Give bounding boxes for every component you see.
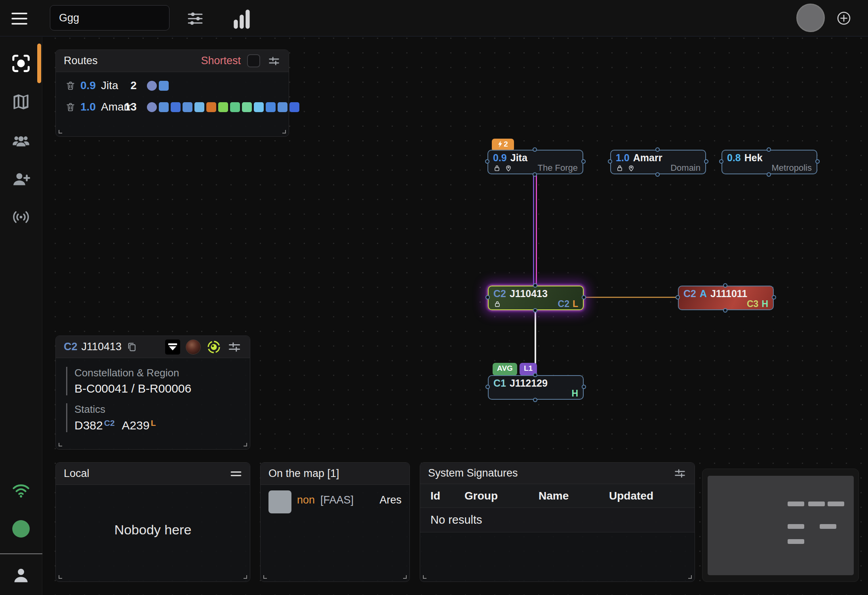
node-handle-right[interactable]	[581, 159, 586, 164]
menu-icon[interactable]	[11, 12, 28, 25]
shortest-checkbox[interactable]	[247, 54, 260, 67]
node-handle-left[interactable]	[676, 295, 680, 299]
route-row-jita[interactable]: 0.9 Jita 2	[56, 78, 289, 93]
local-title: Local	[64, 467, 89, 480]
routes-settings-icon[interactable]	[267, 54, 281, 68]
resize-handle[interactable]	[688, 575, 692, 579]
signatures-header[interactable]: System Signatures	[420, 463, 695, 484]
node-handle-left[interactable]	[485, 159, 489, 164]
pilot-row[interactable]: non [FAAS] Ares	[261, 485, 409, 513]
node-handle-left[interactable]	[719, 159, 723, 164]
resize-handle[interactable]	[59, 575, 62, 579]
lock-icon	[493, 164, 501, 172]
route-row-amarr[interactable]: 1.0 Amarr 13	[56, 99, 289, 115]
on-the-map-panel: On the map [1] non [FAAS] Ares	[260, 462, 410, 582]
wormhole-class: C2	[493, 288, 506, 299]
minimap-panel[interactable]	[702, 469, 859, 582]
system-node-amarr[interactable]: 1.0 Amarr Domain	[610, 150, 706, 174]
jump-marker	[254, 102, 264, 112]
node-handle-right[interactable]	[704, 159, 708, 164]
map-settings-sliders-icon[interactable]	[186, 10, 204, 28]
resize-handle[interactable]	[423, 575, 426, 579]
system-settings-icon[interactable]	[227, 339, 242, 355]
node-handle-top[interactable]	[533, 283, 537, 288]
system-node-j111011[interactable]: C2 A J111011 C3 H	[678, 286, 774, 310]
broadcast-icon[interactable]	[11, 207, 31, 227]
top-bar	[0, 0, 868, 36]
maps-icon[interactable]	[11, 92, 31, 112]
add-button[interactable]	[836, 11, 851, 26]
node-handle-top[interactable]	[533, 147, 537, 152]
local-panel-header[interactable]: Local	[56, 463, 250, 485]
on-the-map-header[interactable]: On the map [1]	[261, 463, 409, 485]
resize-handle[interactable]	[59, 130, 62, 133]
resize-handle[interactable]	[282, 130, 286, 133]
map-canvas[interactable]: 2 AVG L1 0.9 Jita The Forge	[42, 37, 868, 595]
characters-group-icon[interactable]	[11, 132, 31, 151]
node-handle-right[interactable]	[582, 295, 586, 299]
node-handle-bottom[interactable]	[723, 308, 727, 313]
activity-chart-icon[interactable]	[233, 9, 251, 27]
system-node-j112129[interactable]: C1 J112129 H	[488, 375, 584, 400]
node-handle-left[interactable]	[485, 295, 490, 299]
node-handle-bottom[interactable]	[533, 172, 537, 177]
node-handle-left[interactable]	[608, 159, 612, 164]
node-handle-bottom[interactable]	[533, 398, 537, 402]
minimap-canvas[interactable]	[708, 476, 854, 575]
bolt-icon	[498, 141, 503, 148]
observer-effect-icon[interactable]	[206, 339, 221, 355]
node-handle-right[interactable]	[582, 385, 586, 389]
node-handle-top[interactable]	[533, 373, 537, 377]
jump-marker	[218, 102, 228, 112]
resize-handle[interactable]	[59, 443, 62, 446]
add-character-icon[interactable]	[11, 170, 31, 189]
resize-handle[interactable]	[263, 575, 267, 579]
system-name: Jita	[510, 153, 527, 163]
node-handle-top[interactable]	[723, 283, 727, 288]
connection-line-purple[interactable]	[533, 174, 534, 286]
constellation-region-section: Constellation & Region B-C00041 / B-R000…	[66, 367, 240, 395]
static-code: D382	[74, 419, 103, 432]
wormhole-effect-thumbnail[interactable]	[186, 339, 201, 355]
statics-section: Statics D382C2A239L	[66, 403, 240, 432]
node-handle-bottom[interactable]	[767, 172, 771, 177]
node-handle-bottom[interactable]	[655, 172, 660, 177]
routes-panel-header[interactable]: Routes Shortest	[56, 50, 289, 72]
delete-route-icon[interactable]	[65, 102, 76, 112]
column-id: Id	[430, 490, 440, 502]
static-class: C3	[747, 299, 758, 309]
copy-name-icon[interactable]	[126, 341, 137, 353]
system-node-jita[interactable]: 0.9 Jita The Forge	[487, 150, 583, 174]
system-signatures-panel: System Signatures Id Group Name Updated …	[420, 462, 695, 582]
focus-map-icon[interactable]	[11, 53, 31, 73]
collapse-filter-icon[interactable]	[165, 339, 180, 355]
system-node-j110413[interactable]: C2 J110413 C2 L	[488, 286, 584, 310]
jump-marker	[289, 102, 299, 112]
resize-handle[interactable]	[244, 443, 247, 446]
node-handle-right[interactable]	[815, 159, 820, 164]
system-info-header[interactable]: C2 J110413	[56, 336, 250, 358]
column-group: Group	[464, 490, 498, 502]
connection-line-orange[interactable]	[584, 297, 678, 298]
lock-icon	[493, 300, 501, 308]
signatures-settings-icon[interactable]	[673, 467, 687, 480]
delete-route-icon[interactable]	[65, 80, 76, 91]
column-updated: Updated	[609, 490, 653, 502]
profile-icon[interactable]	[11, 566, 31, 585]
connection-line-pink[interactable]	[536, 174, 537, 286]
map-name-input[interactable]	[50, 5, 169, 31]
system-node-hek[interactable]: 0.8 Hek Metropolis	[721, 150, 817, 174]
local-panel: Local Nobody here	[55, 462, 250, 582]
node-handle-top[interactable]	[655, 147, 660, 152]
node-handle-left[interactable]	[485, 385, 490, 389]
node-handle-top[interactable]	[767, 147, 771, 152]
node-handle-bottom[interactable]	[533, 308, 537, 313]
user-avatar[interactable]	[796, 4, 825, 32]
routes-title: Routes	[64, 55, 98, 67]
constellation-region-value: B-C00041 / B-R00006	[74, 382, 240, 395]
local-menu-icon[interactable]	[230, 469, 242, 478]
node-handle-right[interactable]	[772, 295, 776, 299]
resize-handle[interactable]	[403, 575, 407, 579]
resize-handle[interactable]	[244, 575, 247, 579]
shortest-toggle-label[interactable]: Shortest	[201, 55, 241, 67]
